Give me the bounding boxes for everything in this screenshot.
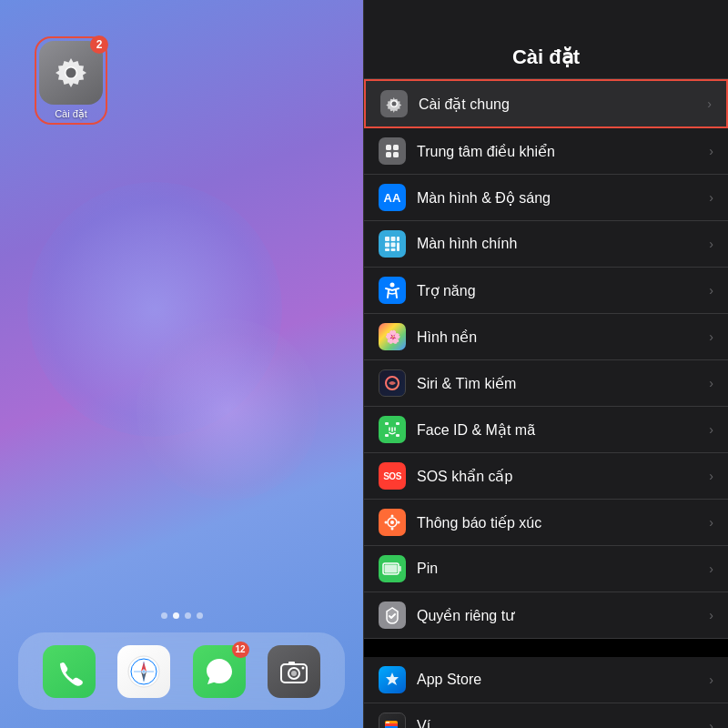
exposure-label: Thông báo tiếp xúc	[417, 514, 709, 531]
general-icon	[380, 90, 408, 117]
display-icon: AA	[379, 184, 406, 211]
exposure-svg-icon	[383, 513, 401, 531]
svg-rect-16	[393, 145, 399, 150]
settings-item-general[interactable]: Cài đặt chung ›	[364, 79, 728, 128]
svg-rect-11	[288, 662, 295, 665]
settings-item-home-screen[interactable]: Màn hình chính ›	[364, 221, 728, 268]
camera-icon[interactable]	[268, 645, 320, 698]
battery-label: Pin	[417, 561, 709, 577]
settings-item-control-center[interactable]: Trung tâm điều khiển ›	[364, 128, 728, 175]
safari-icon[interactable]	[117, 645, 170, 698]
svg-point-10	[291, 671, 297, 676]
home-screen-label: Màn hình chính	[417, 236, 709, 252]
settings-item-accessibility[interactable]: Trợ năng ›	[364, 268, 728, 314]
svg-rect-21	[397, 237, 399, 241]
settings-item-sos[interactable]: SOS SOS khẩn cấp ›	[364, 453, 728, 500]
faceid-icon	[379, 416, 406, 443]
wallpaper-chevron: ›	[709, 329, 713, 344]
settings-icon[interactable]: 2	[39, 41, 103, 105]
control-center-icon	[379, 137, 406, 165]
settings-header: Cài đặt	[364, 0, 728, 79]
safari-app[interactable]	[117, 645, 170, 698]
settings-list: Cài đặt chung › Trung tâm điều khiển › A…	[364, 79, 728, 728]
section-divider	[364, 639, 728, 657]
privacy-chevron: ›	[709, 608, 713, 622]
privacy-label: Quyền riêng tư	[417, 607, 709, 624]
sos-label: SOS khẩn cấp	[417, 468, 709, 485]
appstore-chevron: ›	[709, 672, 713, 687]
exposure-icon	[379, 509, 406, 536]
phone-svg-icon	[54, 656, 85, 687]
dot-4	[197, 612, 203, 619]
svg-point-12	[301, 666, 304, 669]
settings-item-faceid[interactable]: Face ID & Mật mã ›	[364, 407, 728, 453]
gear-icon	[51, 53, 91, 93]
dot-1	[161, 612, 167, 619]
display-chevron: ›	[709, 190, 713, 205]
settings-item-battery[interactable]: Pin ›	[364, 546, 728, 592]
home-screen-icon	[379, 230, 406, 258]
svg-rect-31	[385, 434, 389, 437]
wallpaper-label: Hình nền	[417, 329, 709, 346]
appstore-label: App Store	[417, 672, 709, 688]
accessibility-chevron: ›	[709, 283, 713, 298]
exposure-chevron: ›	[709, 515, 713, 530]
svg-rect-24	[385, 248, 389, 251]
sos-chevron: ›	[709, 469, 713, 483]
dot-2	[173, 612, 179, 619]
svg-rect-32	[396, 434, 399, 437]
siri-icon	[379, 369, 406, 397]
messages-app[interactable]: 12	[193, 645, 246, 698]
settings-item-siri[interactable]: Siri & Tìm kiếm ›	[364, 360, 728, 407]
settings-badge: 2	[90, 35, 108, 54]
phone-app[interactable]	[43, 645, 96, 698]
accessibility-icon	[379, 277, 406, 304]
wallpaper-emoji-icon: 🌸	[385, 329, 400, 344]
settings-title: Cài đặt	[382, 46, 710, 69]
gear-settings-icon	[385, 95, 403, 113]
faceid-label: Face ID & Mật mã	[417, 421, 709, 439]
phone-icon[interactable]	[43, 645, 96, 698]
general-label: Cài đặt chung	[419, 96, 707, 113]
privacy-svg-icon	[383, 606, 401, 624]
messages-svg-icon	[203, 655, 236, 688]
svg-rect-29	[385, 422, 389, 425]
appstore-svg-icon	[383, 671, 401, 689]
home-screen-chevron: ›	[709, 237, 713, 251]
settings-item-appstore[interactable]: App Store ›	[364, 657, 728, 703]
svg-point-40	[391, 528, 394, 531]
accessibility-label: Trợ năng	[417, 282, 709, 299]
svg-point-41	[385, 521, 388, 524]
svg-rect-22	[385, 243, 389, 248]
siri-svg-icon	[383, 374, 401, 392]
svg-point-38	[391, 515, 394, 518]
svg-point-14	[392, 102, 397, 106]
svg-rect-17	[386, 152, 391, 157]
settings-item-display[interactable]: AA Màn hình & Độ sáng ›	[364, 175, 728, 221]
camera-app[interactable]	[268, 645, 320, 698]
svg-point-39	[398, 521, 400, 524]
svg-rect-43	[399, 566, 401, 571]
svg-rect-20	[391, 237, 396, 241]
settings-app[interactable]: 2 Cài đặt	[39, 41, 103, 120]
settings-item-wallpaper[interactable]: 🌸 Hình nền ›	[364, 314, 728, 360]
wallet-label: Ví	[417, 718, 709, 728]
battery-icon	[379, 555, 406, 582]
settings-app-label: Cài đặt	[55, 108, 87, 120]
svg-rect-44	[385, 565, 398, 573]
privacy-icon	[379, 602, 406, 629]
settings-item-wallet[interactable]: Ví ›	[364, 703, 728, 728]
dock: 12	[18, 632, 345, 710]
messages-badge: 12	[232, 642, 249, 658]
page-dots	[0, 612, 363, 619]
faceid-chevron: ›	[709, 422, 713, 437]
settings-item-exposure[interactable]: Thông báo tiếp xúc ›	[364, 500, 728, 546]
dot-3	[185, 612, 191, 619]
wallpaper-icon: 🌸	[379, 323, 406, 350]
siri-chevron: ›	[709, 376, 713, 390]
camera-svg-icon	[278, 656, 309, 687]
home-screen: 2 Cài đặt	[0, 0, 364, 728]
messages-icon[interactable]: 12	[193, 645, 246, 698]
svg-rect-23	[391, 243, 396, 248]
settings-item-privacy[interactable]: Quyền riêng tư ›	[364, 592, 728, 639]
